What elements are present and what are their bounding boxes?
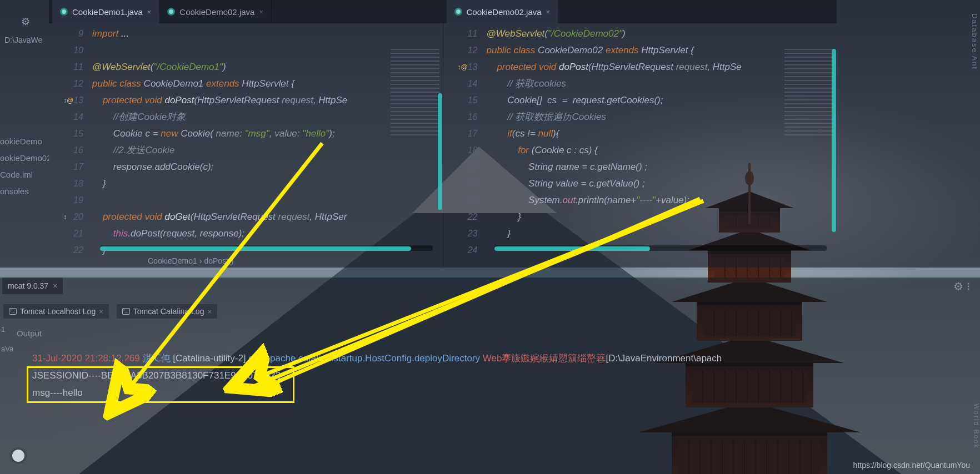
right-tool-rail: Database Ant [837,0,980,268]
left-editor-tabs: CookieDemo1.java × CookieDemo02.java × [49,0,443,23]
run-config-tab[interactable]: mcat 9.0.37× [2,278,63,294]
close-icon[interactable]: × [99,307,103,316]
editor-tab[interactable]: CookieDemo02.java × [159,0,272,23]
code-line[interactable]: protected void doPost(HttpServletRequest… [92,92,443,109]
project-file-fragment[interactable]: ookieDemo02 [0,150,52,167]
left-source[interactable]: import ... @WebServlet("/CookieDemo1")pu… [92,23,443,268]
right-editor-tabs: CookieDemo02.java × [443,0,837,23]
terminal-icon [122,308,130,315]
code-line[interactable]: String name = c.getName() ; [487,159,837,175]
horizontal-scrollbar[interactable] [100,246,411,251]
log-tab[interactable]: Tomcat Localhost Log× [3,304,109,319]
tool-rail-labels[interactable]: Database Ant [971,13,979,70]
minimap[interactable] [784,49,833,138]
run-gutter-buttons[interactable]: 1aVa [1,325,13,364]
tab-label: CookieDemo02.java [467,7,542,17]
code-line[interactable]: response.addCookie(c); [92,159,443,175]
close-icon[interactable]: × [53,281,57,290]
close-icon[interactable]: × [259,8,263,16]
code-line[interactable]: //2.发送Cookie [92,142,443,159]
code-line[interactable]: System.out.println(name+"----"+value); [487,192,837,209]
output-label: Output [17,329,42,338]
minimap[interactable] [391,49,439,138]
editor-splitter: CookieDemo1.java × CookieDemo02.java × 9… [49,0,837,268]
project-files-fragment: ookieDemoookieDemo02Code.imlonsoles [0,133,52,200]
gear-icon[interactable]: ⚙ ⁝ [953,280,970,293]
code-line[interactable]: @WebServlet("/CookieDemo02") [487,26,837,42]
vertical-scrollbar[interactable] [438,93,442,210]
right-gutter: 1112↕@131415161718192021222324 [443,23,487,268]
log-tab[interactable]: Tomcat Catalina Log× [117,304,217,319]
annotation-output-box [27,366,294,403]
code-line[interactable]: for (Cookie c : cs) { [487,142,837,159]
download-icon[interactable] [12,450,24,462]
java-file-icon [454,8,462,16]
left-editor: CookieDemo1.java × CookieDemo02.java × 9… [49,0,443,268]
horizontal-scrollbar[interactable] [494,246,650,251]
code-line[interactable]: } [487,209,837,225]
tab-label: CookieDemo1.java [72,7,143,17]
editor-tab[interactable]: CookieDemo1.java × [52,0,159,23]
log-tabs: Tomcat Localhost Log× Tomcat Catalina Lo… [3,304,217,319]
close-icon[interactable]: × [147,8,152,16]
code-line[interactable] [92,42,443,59]
console-line: 31-Jul-2020 21:28:12.269 淇℃伅 [Catalina-u… [32,350,972,367]
watermark: https://blog.csdn.net/QuantumYou [853,461,970,470]
code-line[interactable]: Cookie c = new Cookie( name: "msg", valu… [92,125,443,142]
project-file-fragment[interactable]: onsoles [0,183,52,200]
run-tool-window: mcat 9.0.37× ⚙ ⁝ Tomcat Localhost Log× T… [0,278,980,474]
right-editor: CookieDemo02.java × 1112↕@13141516171819… [443,0,837,268]
code-line[interactable]: public class CookieDemo1 extends HttpSer… [92,75,443,92]
settings-icon[interactable]: ⚙ [21,16,30,28]
code-line[interactable]: @WebServlet("/CookieDemo1") [92,59,443,75]
left-gutter: 9101112↕@13141516171819↕202122 [49,23,92,268]
right-bottom-label: World Book [970,404,980,449]
code-line[interactable]: protected void doGet(HttpServletRequest … [92,209,443,225]
code-line[interactable]: this.doPost(request, response); [92,225,443,242]
project-sidebar: ⚙ D:\JavaWe ookieDemoookieDemo02Code.iml… [0,0,49,268]
vertical-scrollbar[interactable] [832,49,836,232]
code-line[interactable]: //创建Cookie对象 [92,109,443,125]
project-root-path: D:\JavaWe [4,36,42,44]
terminal-icon [9,308,17,315]
code-line[interactable]: String value = c.getValue() ; [487,175,837,192]
close-icon[interactable]: × [207,307,212,316]
breadcrumb[interactable]: CookieDemo1›doPost() [146,256,236,265]
close-icon[interactable]: × [546,8,551,16]
code-line[interactable]: import ... [92,26,443,42]
project-file-fragment[interactable]: Code.iml [0,167,52,183]
project-file-fragment[interactable]: ookieDemo [0,133,52,150]
editor-tab[interactable]: CookieDemo02.java × [447,0,559,23]
java-file-icon [167,8,175,16]
code-line[interactable]: } [487,225,837,242]
tab-label: CookieDemo02.java [179,7,254,17]
code-line[interactable] [92,192,443,209]
code-line[interactable]: } [92,175,443,192]
java-file-icon [60,8,68,16]
